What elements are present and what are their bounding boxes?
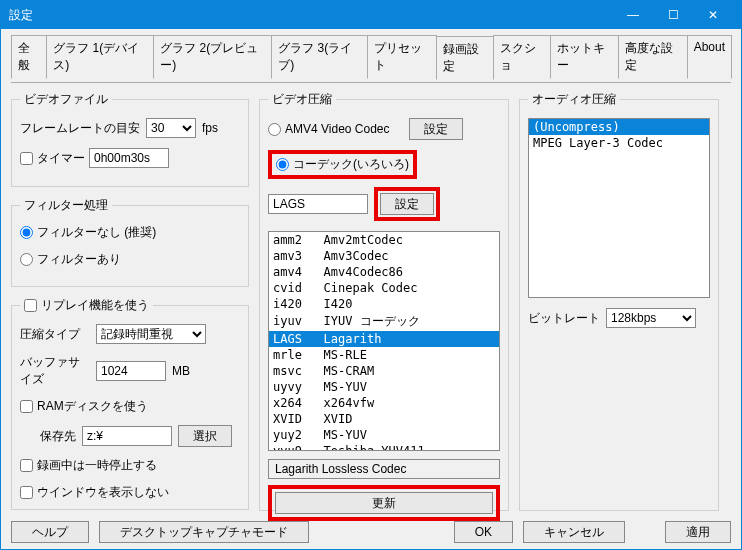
amv4-label: AMV4 Video Codec [285, 122, 405, 136]
selected-codec-name: Lagarith Lossless Codec [268, 459, 500, 479]
filter-group: フィルター処理 フィルターなし (推奨) フィルターあり [11, 197, 249, 287]
codec-item[interactable]: uyvy MS-YUV [269, 379, 499, 395]
codec-item[interactable]: iyuv IYUV コーデック [269, 312, 499, 331]
codec-item[interactable]: yuy2 MS-YUV [269, 427, 499, 443]
ramdisk-label: RAMディスクを使う [37, 398, 148, 415]
tab-1[interactable]: グラフ 1(デバイス) [46, 35, 154, 79]
tab-strip: 全般グラフ 1(デバイス)グラフ 2(プレビュー)グラフ 3(ライブ)プリセット… [11, 35, 731, 79]
codec-item[interactable]: cvid Cinepak Codec [269, 280, 499, 296]
help-button[interactable]: ヘルプ [11, 521, 89, 543]
video-compress-group: ビデオ圧縮 AMV4 Video Codec 設定 コーデック(いろいろ) [259, 91, 509, 511]
tab-6[interactable]: スクショ [493, 35, 551, 79]
codec-item[interactable]: i420 I420 [269, 296, 499, 312]
amv4-settings-button[interactable]: 設定 [409, 118, 463, 140]
browse-button[interactable]: 選択 [178, 425, 232, 447]
tab-5[interactable]: 録画設定 [436, 36, 494, 80]
codec-various-radio[interactable] [276, 158, 289, 171]
pause-on-rec-checkbox[interactable] [20, 459, 33, 472]
audio-compress-legend: オーディオ圧縮 [528, 91, 620, 108]
fourcc-input[interactable] [268, 194, 368, 214]
codec-item[interactable]: mrle MS-RLE [269, 347, 499, 363]
titlebar-buttons: — ☐ ✕ [613, 1, 733, 29]
tab-8[interactable]: 高度な設定 [618, 35, 687, 79]
settings-window: 設定 — ☐ ✕ 全般グラフ 1(デバイス)グラフ 2(プレビュー)グラフ 3(… [0, 0, 742, 550]
codec-item[interactable]: msvc MS-CRAM [269, 363, 499, 379]
desktop-capture-button[interactable]: デスクトップキャプチャモード [99, 521, 309, 543]
ramdisk-checkbox[interactable] [20, 400, 33, 413]
filter-on-radio[interactable] [20, 253, 33, 266]
tab-0[interactable]: 全般 [11, 35, 47, 79]
hide-window-checkbox[interactable] [20, 486, 33, 499]
replay-group: リプレイ機能を使う 圧縮タイプ 記録時間重視 バッファサイズ MB RAMディス… [11, 297, 249, 510]
amv4-radio[interactable] [268, 123, 281, 136]
fps-label: fps [202, 121, 218, 135]
use-replay-checkbox[interactable] [24, 299, 37, 312]
codec-item[interactable]: XVID XVID [269, 411, 499, 427]
codec-settings-button[interactable]: 設定 [380, 193, 434, 215]
window-title: 設定 [9, 7, 613, 24]
cancel-button[interactable]: キャンセル [523, 521, 625, 543]
tab-9[interactable]: About [687, 35, 732, 79]
apply-button[interactable]: 適用 [665, 521, 731, 543]
bottom-button-bar: ヘルプ デスクトップキャプチャモード OK キャンセル 適用 [11, 521, 731, 543]
update-button[interactable]: 更新 [275, 492, 493, 514]
codec-item[interactable]: amv4 Amv4Codec86 [269, 264, 499, 280]
maximize-button[interactable]: ☐ [653, 1, 693, 29]
filter-none-label: フィルターなし (推奨) [37, 224, 156, 241]
codec-item[interactable]: x264 x264vfw [269, 395, 499, 411]
titlebar: 設定 — ☐ ✕ [1, 1, 741, 29]
tab-7[interactable]: ホットキー [550, 35, 619, 79]
timer-input[interactable] [89, 148, 169, 168]
content-area: 全般グラフ 1(デバイス)グラフ 2(プレビュー)グラフ 3(ライブ)プリセット… [1, 29, 741, 550]
bitrate-select[interactable]: 128kbps [606, 308, 696, 328]
hide-window-label: ウインドウを表示しない [37, 484, 169, 501]
audio-compress-group: オーディオ圧縮 (Uncompress)MPEG Layer-3 Codec ビ… [519, 91, 719, 511]
audio-listbox[interactable]: (Uncompress)MPEG Layer-3 Codec [528, 118, 710, 298]
audio-item[interactable]: (Uncompress) [529, 119, 709, 135]
filter-legend: フィルター処理 [20, 197, 112, 214]
codec-various-label: コーデック(いろいろ) [293, 156, 409, 173]
tab-4[interactable]: プリセット [367, 35, 436, 79]
buffer-label: バッファサイズ [20, 354, 90, 388]
framerate-select[interactable]: 30 [146, 118, 196, 138]
compress-type-label: 圧縮タイプ [20, 326, 90, 343]
audio-item[interactable]: MPEG Layer-3 Codec [529, 135, 709, 151]
codec-item[interactable]: amv3 Amv3Codec [269, 248, 499, 264]
video-file-group: ビデオファイル フレームレートの目安 30 fps タイマー [11, 91, 249, 187]
codec-listbox[interactable]: amm2 Amv2mtCodecamv3 Amv3Codecamv4 Amv4C… [268, 231, 500, 451]
mb-label: MB [172, 364, 190, 378]
framerate-label: フレームレートの目安 [20, 120, 140, 137]
main-columns: ビデオファイル フレームレートの目安 30 fps タイマー フィルター処理 [11, 91, 731, 511]
tab-3[interactable]: グラフ 3(ライブ) [271, 35, 368, 79]
video-compress-legend: ビデオ圧縮 [268, 91, 336, 108]
compress-type-select[interactable]: 記録時間重視 [96, 324, 206, 344]
timer-label: タイマー [37, 150, 85, 167]
codec-various-highlight: コーデック(いろいろ) [268, 150, 417, 179]
video-file-legend: ビデオファイル [20, 91, 112, 108]
update-highlight: 更新 [268, 485, 500, 521]
filter-none-radio[interactable] [20, 226, 33, 239]
pause-on-rec-label: 録画中は一時停止する [37, 457, 157, 474]
savedir-input[interactable] [82, 426, 172, 446]
codec-item[interactable]: amm2 Amv2mtCodec [269, 232, 499, 248]
savedir-label: 保存先 [20, 428, 76, 445]
use-replay-label: リプレイ機能を使う [41, 297, 149, 314]
minimize-button[interactable]: — [613, 1, 653, 29]
close-button[interactable]: ✕ [693, 1, 733, 29]
tab-2[interactable]: グラフ 2(プレビュー) [153, 35, 272, 79]
bitrate-label: ビットレート [528, 310, 600, 327]
filter-on-label: フィルターあり [37, 251, 121, 268]
codec-item[interactable]: yvu9 Toshiba YUV411 [269, 443, 499, 451]
timer-checkbox[interactable] [20, 152, 33, 165]
buffer-input[interactable] [96, 361, 166, 381]
codec-item[interactable]: LAGS Lagarith [269, 331, 499, 347]
ok-button[interactable]: OK [454, 521, 513, 543]
codec-settings-highlight: 設定 [374, 187, 440, 221]
